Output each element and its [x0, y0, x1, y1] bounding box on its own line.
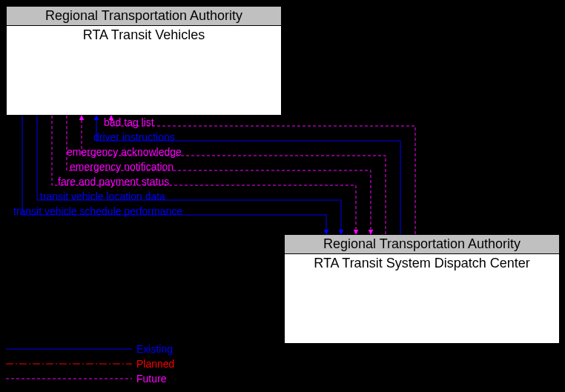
legend-swatch-existing [6, 342, 132, 356]
entity-header: Regional Transportation Authority [285, 235, 559, 254]
entity-rta-dispatch-center: Regional Transportation Authority RTA Tr… [284, 234, 560, 344]
flow-label-driver-instructions: driver instructions [93, 132, 175, 142]
flow-label-transit-vehicle-schedule-performance: transit vehicle schedule performance [13, 206, 182, 216]
flow-label-emergency-notification: emergency notification [70, 162, 174, 172]
legend-future: Future [6, 371, 174, 386]
legend: Existing Planned Future [6, 342, 174, 386]
flow-label-transit-vehicle-location-data: transit vehicle location data [40, 191, 165, 202]
legend-label-planned: Planned [136, 358, 174, 370]
entity-title: RTA Transit Vehicles [7, 26, 281, 44]
entity-header: Regional Transportation Authority [7, 7, 281, 26]
legend-label-future: Future [136, 373, 166, 385]
flow-label-emergency-acknowledge: emergency acknowledge [67, 147, 182, 157]
entity-rta-transit-vehicles: Regional Transportation Authority RTA Tr… [6, 6, 282, 116]
legend-planned: Planned [6, 356, 174, 371]
legend-swatch-planned [6, 356, 132, 371]
legend-label-existing: Existing [136, 343, 173, 355]
legend-existing: Existing [6, 342, 174, 356]
legend-swatch-future [6, 371, 132, 386]
flow-label-fare-and-payment-status: fare and payment status [58, 176, 169, 187]
flow-label-bad-tag-list: bad tag list [104, 117, 154, 127]
entity-title: RTA Transit System Dispatch Center [285, 254, 559, 273]
